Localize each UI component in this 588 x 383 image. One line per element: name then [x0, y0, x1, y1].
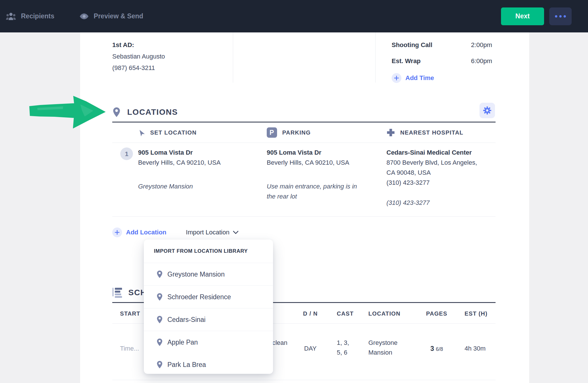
parking-cell: 905 Loma Vista Dr Beverly Hills, CA 9021… [259, 147, 374, 208]
add-time-label: Add Time [405, 74, 434, 82]
locations-settings-button[interactable] [479, 103, 495, 118]
map-pin-icon [156, 361, 163, 369]
set-location-note: Greystone Mansion [138, 181, 220, 191]
parking-address-line2: Beverly Hills, CA 90210, USA [267, 158, 374, 168]
import-item-label: Greystone Mansion [167, 271, 225, 278]
map-pin-icon [156, 270, 163, 278]
location-value: Greystone Mansion [361, 324, 414, 380]
import-menu-header: IMPORT FROM LOCATION LIBRARY [144, 240, 273, 263]
location-line1: Greystone [368, 338, 414, 348]
set-location-cell: 1 905 Loma Vista Dr Beverly Hills, CA 90… [112, 147, 259, 208]
navigation-icon [138, 129, 145, 136]
pages-whole: 3 [430, 345, 434, 352]
more-button[interactable] [549, 7, 572, 25]
set-address-line1: 905 Loma Vista Dr [138, 147, 220, 158]
time-row: Shooting Call 2:00pm [392, 37, 492, 53]
locations-header: LOCATIONS [112, 104, 496, 120]
import-item-label: Apple Pan [167, 339, 198, 346]
import-menu-item[interactable]: Park La Brea [144, 353, 273, 376]
row-rule [112, 380, 496, 380]
times-block: Shooting Call 2:00pm Est. Wrap 6:00pm Ad… [392, 37, 492, 83]
add-location-label: Add Location [126, 229, 167, 236]
locations-section: LOCATIONS [112, 104, 496, 237]
parking-header: P PARKING [259, 127, 374, 138]
stripboard-icon [112, 287, 122, 298]
hospital-phone: (310) 423-3277 [386, 178, 496, 188]
header-est: EST (H) [460, 303, 496, 323]
hospital-cell: Cedars-Sinai Medical Center 8700 Beverly… [374, 147, 496, 208]
import-item-label: Cedars-Sinai [167, 316, 206, 324]
est-value: 4h 30m [460, 324, 496, 380]
header-location: LOCATION [361, 303, 414, 323]
first-ad-phone: (987) 654-3211 [112, 62, 165, 74]
add-time-button[interactable]: Add Time [392, 73, 492, 83]
eye-icon [80, 13, 89, 20]
set-address-line2: Beverly Hills, CA 90210, USA [138, 158, 220, 168]
recipients-label: Recipients [21, 12, 54, 20]
import-item-label: Schroeder Residence [167, 293, 231, 301]
map-pin-icon [156, 316, 163, 324]
parking-note: Use main entrance, parking is in the rea… [267, 181, 367, 201]
first-ad-name: Sebastian Augusto [112, 51, 165, 62]
header-pages: PAGES [414, 303, 460, 323]
set-location-address: 905 Loma Vista Dr Beverly Hills, CA 9021… [138, 147, 220, 208]
import-menu-item[interactable]: Apple Pan [144, 331, 273, 353]
app-screen: Recipients Preview & Send Next [0, 0, 588, 383]
import-item-label: Park La Brea [167, 361, 206, 369]
hospital-note: (310) 423-3277 [386, 198, 496, 208]
locations-title: LOCATIONS [127, 108, 178, 117]
time-row: Est. Wrap 6:00pm [392, 53, 492, 69]
plus-icon [392, 73, 401, 83]
column-divider [233, 32, 233, 83]
map-pin-icon [112, 107, 121, 117]
parking-address-line1: 905 Loma Vista Dr [267, 147, 374, 158]
cast-value: 1, 3, 5, 6 [333, 324, 361, 380]
header-day-night: D / N [287, 303, 333, 323]
people-icon [6, 12, 16, 21]
location-actions-row: Add Location Import Location [112, 228, 496, 237]
first-ad-role-label: 1st AD: [112, 39, 165, 51]
plus-icon [112, 228, 122, 237]
add-location-button[interactable]: Add Location [112, 228, 167, 237]
parking-header-label: PARKING [282, 129, 311, 136]
preview-send-tab[interactable]: Preview & Send [80, 12, 143, 20]
time-label: Shooting Call [392, 41, 432, 49]
column-divider [375, 32, 376, 83]
import-location-dropdown[interactable]: Import Location [186, 229, 239, 236]
green-arrow-annotation [29, 90, 108, 133]
set-location-header: SET LOCATION [112, 129, 259, 136]
next-button[interactable]: Next [501, 7, 544, 25]
hospital-cross-icon [386, 128, 395, 137]
ellipsis-icon [555, 15, 566, 18]
cast-line2: 5, 6 [337, 348, 361, 357]
recipients-tab[interactable]: Recipients [6, 12, 54, 21]
first-ad-block: 1st AD: Sebastian Augusto (987) 654-3211 [112, 39, 165, 74]
content-card: 1st AD: Sebastian Augusto (987) 654-3211… [80, 32, 529, 383]
import-location-label: Import Location [186, 229, 230, 236]
row-rule [112, 216, 496, 217]
pages-fraction: 6/8 [436, 346, 443, 352]
preview-send-label: Preview & Send [94, 12, 143, 20]
topbar: Recipients Preview & Send Next [0, 0, 588, 32]
hospital-address-line3: CA 90048, USA [386, 168, 496, 178]
location-column-headers: SET LOCATION P PARKING NEAREST HOSPITAL [112, 123, 496, 143]
set-location-header-label: SET LOCATION [150, 129, 197, 136]
chevron-down-icon [233, 231, 239, 234]
map-pin-icon [156, 338, 163, 346]
location-row: 1 905 Loma Vista Dr Beverly Hills, CA 90… [112, 143, 496, 216]
topbar-actions: Next [501, 7, 572, 25]
import-menu: IMPORT FROM LOCATION LIBRARY Greystone M… [144, 240, 273, 374]
header-cast: CAST [333, 303, 361, 323]
parking-icon: P [267, 127, 277, 138]
import-menu-item[interactable]: Schroeder Residence [144, 286, 273, 308]
gear-icon [483, 106, 492, 115]
import-menu-item[interactable]: Cedars-Sinai [144, 308, 273, 331]
pages-value: 36/8 [414, 324, 460, 380]
time-label: Est. Wrap [392, 57, 421, 65]
cast-line1: 1, 3, [337, 338, 361, 348]
import-menu-item[interactable]: Greystone Mansion [144, 263, 273, 286]
time-value: 2:00pm [471, 41, 492, 49]
hospital-header: NEAREST HOSPITAL [374, 128, 496, 137]
location-number-badge: 1 [120, 147, 133, 160]
hospital-header-label: NEAREST HOSPITAL [400, 129, 463, 136]
